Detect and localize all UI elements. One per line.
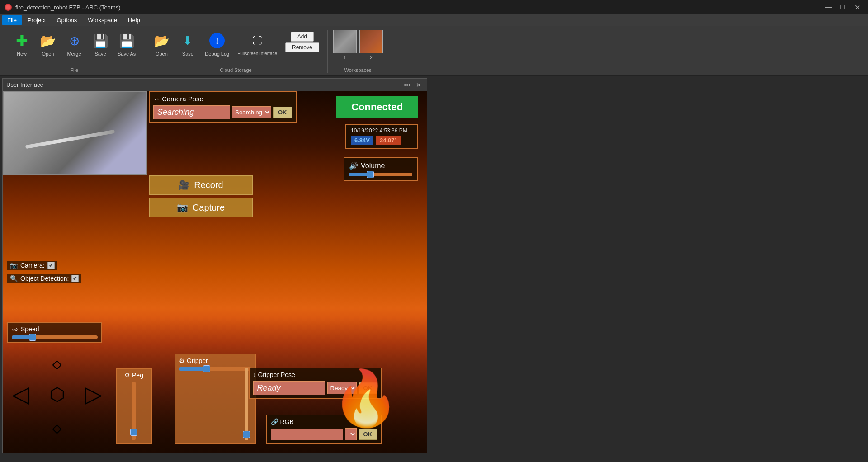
searching-input[interactable] bbox=[153, 105, 230, 119]
app-icon bbox=[5, 4, 12, 11]
saveas-button[interactable]: 💾 Save As bbox=[115, 30, 138, 58]
peg-icon: ⚙ bbox=[124, 372, 130, 379]
peg-slider[interactable] bbox=[132, 382, 136, 440]
menu-workspace[interactable]: Workspace bbox=[82, 15, 123, 25]
cloud-save-icon: ⬇ bbox=[179, 32, 197, 50]
searching-dropdown[interactable]: Searching bbox=[232, 106, 271, 118]
menu-help[interactable]: Help bbox=[123, 15, 146, 25]
object-detection-label: 🔍 Object Detection: ✔ bbox=[7, 274, 81, 283]
speed-slider[interactable] bbox=[12, 335, 98, 339]
fullscreen-label: Fullscreen Interface bbox=[237, 51, 277, 56]
saveas-icon: 💾 bbox=[118, 32, 136, 50]
ui-window-controls: ••• ✕ bbox=[402, 81, 423, 89]
peg-slider-thumb[interactable] bbox=[130, 429, 137, 436]
camera-label: 📷 Camera: ✔ bbox=[7, 261, 57, 270]
speed-panel: 🏎 Speed bbox=[7, 322, 102, 343]
dpad-center: ⬡ bbox=[49, 384, 65, 405]
info-panel: 10/19/2022 4:53:36 PM 6.84V 24.97° bbox=[345, 124, 418, 149]
cloud-open-icon: 📂 bbox=[152, 32, 170, 50]
volume-slider-thumb[interactable] bbox=[367, 171, 374, 178]
workspace-1-label: 1 bbox=[344, 55, 346, 60]
open-label: Open bbox=[42, 51, 54, 57]
volt-temp-row: 6.84V 24.97° bbox=[351, 136, 412, 145]
fire-visual: 🔥 bbox=[332, 367, 400, 430]
workspace-1-item[interactable]: 1 bbox=[333, 30, 357, 60]
titlebar: fire_detection_robot.EZB - ARC (Teams) —… bbox=[0, 0, 868, 14]
record-capture-panel: 🎥 Record 📷 Capture bbox=[149, 175, 253, 217]
datetime-text: 10/19/2022 4:53:36 PM bbox=[351, 127, 412, 134]
workspace-2-item[interactable]: 2 bbox=[359, 30, 383, 60]
window-title: fire_detection_robot.EZB - ARC (Teams) bbox=[15, 4, 121, 11]
save-icon: 💾 bbox=[91, 32, 109, 50]
cloud-save-button[interactable]: ⬇ Save bbox=[176, 30, 199, 58]
gripper-vertical-slider[interactable] bbox=[245, 368, 248, 440]
new-button[interactable]: ✚ New bbox=[10, 30, 33, 58]
main-area: User Interface ••• ✕ ↔ Camera Pose bbox=[0, 76, 868, 462]
gripper-vertical-thumb[interactable] bbox=[243, 431, 250, 438]
titlebar-left: fire_detection_robot.EZB - ARC (Teams) bbox=[5, 4, 121, 11]
camera-pose-title: ↔ Camera Pose bbox=[153, 95, 292, 103]
ui-window-close[interactable]: ✕ bbox=[414, 81, 423, 89]
gripper-label: ⚙ Gripper bbox=[179, 357, 251, 364]
saveas-label: Save As bbox=[118, 51, 136, 57]
toolbar: ✚ New 📂 Open ⊛ Merge 💾 Save bbox=[0, 26, 868, 76]
menu-options[interactable]: Options bbox=[51, 15, 82, 25]
ui-window: User Interface ••• ✕ ↔ Camera Pose bbox=[2, 78, 427, 453]
cloud-group-label: Cloud Storage bbox=[220, 66, 251, 73]
fire-panel: ↔ Camera Pose Searching OK 🎥 Record 📷 bbox=[3, 91, 427, 453]
fullscreen-button[interactable]: ⛶ Fullscreen Interface bbox=[235, 30, 280, 58]
titlebar-controls: — □ ✕ bbox=[822, 1, 863, 14]
record-button[interactable]: 🎥 Record bbox=[149, 175, 253, 195]
merge-icon: ⊛ bbox=[65, 32, 83, 50]
gripper-slider-fill bbox=[179, 367, 204, 371]
open-button[interactable]: 📂 Open bbox=[36, 30, 60, 58]
object-detection-checkbox[interactable]: ✔ bbox=[71, 275, 79, 282]
toolbar-cloud-group: 📂 Open ⬇ Save ! Debug Log ⛶ Full bbox=[144, 30, 327, 73]
workspace-1-thumb[interactable] bbox=[333, 30, 357, 53]
toolbar-workspaces-group: 1 2 Workspaces bbox=[328, 30, 388, 73]
dpad-up-button[interactable]: ⬦ bbox=[50, 349, 64, 375]
save-button[interactable]: 💾 Save bbox=[89, 30, 112, 58]
merge-label: Merge bbox=[67, 51, 81, 57]
volume-icon: 🔊 bbox=[349, 161, 358, 170]
pen-object bbox=[25, 129, 115, 149]
maximize-button[interactable]: □ bbox=[836, 1, 849, 14]
workspace-2-label: 2 bbox=[370, 55, 373, 60]
speed-slider-thumb[interactable] bbox=[29, 334, 36, 341]
dpad-left-button[interactable]: ◁ bbox=[12, 381, 29, 407]
debug-icon: ! bbox=[208, 32, 226, 50]
gripper-slider[interactable] bbox=[179, 367, 251, 371]
ui-window-more[interactable]: ••• bbox=[402, 81, 412, 89]
save-label: Save bbox=[94, 51, 106, 57]
new-label: New bbox=[17, 51, 27, 57]
toolbar-file-group: ✚ New 📂 Open ⊛ Merge 💾 Save bbox=[5, 30, 144, 73]
dpad-right-button[interactable]: ▷ bbox=[85, 381, 102, 407]
toolbar-cloud-buttons: 📂 Open ⬇ Save ! Debug Log ⛶ Full bbox=[150, 30, 321, 58]
camera-checkbox[interactable]: ✔ bbox=[47, 262, 55, 269]
gripper-icon: ⚙ bbox=[179, 357, 185, 364]
record-icon: 🎥 bbox=[178, 179, 189, 190]
dpad-down-button[interactable]: ⬦ bbox=[50, 413, 64, 439]
remove-button[interactable]: Remove bbox=[285, 42, 319, 52]
cloud-open-label: Open bbox=[156, 51, 168, 57]
cloud-open-button[interactable]: 📂 Open bbox=[150, 30, 173, 58]
add-button[interactable]: Add bbox=[291, 32, 314, 42]
gripper-pose-input[interactable] bbox=[253, 381, 326, 395]
volume-label: 🔊 Volume bbox=[349, 161, 412, 170]
close-button[interactable]: ✕ bbox=[851, 1, 863, 14]
connected-button[interactable]: Connected bbox=[336, 96, 418, 118]
minimize-button[interactable]: — bbox=[822, 1, 835, 14]
volume-slider[interactable] bbox=[349, 173, 412, 176]
menu-project[interactable]: Project bbox=[22, 15, 51, 25]
file-group-label: File bbox=[70, 66, 78, 73]
gripper-slider-thumb[interactable] bbox=[203, 365, 210, 372]
workspace-2-thumb[interactable] bbox=[359, 30, 383, 53]
camera-pose-ok-button[interactable]: OK bbox=[273, 107, 292, 118]
menu-file[interactable]: File bbox=[2, 15, 22, 25]
debug-log-button[interactable]: ! Debug Log bbox=[202, 30, 232, 58]
camera-icon: 📷 bbox=[10, 262, 18, 269]
merge-button[interactable]: ⊛ Merge bbox=[62, 30, 86, 58]
capture-button[interactable]: 📷 Capture bbox=[149, 198, 253, 217]
ui-window-title: User Interface bbox=[6, 81, 43, 88]
peg-panel: ⚙ Peg bbox=[116, 368, 152, 444]
